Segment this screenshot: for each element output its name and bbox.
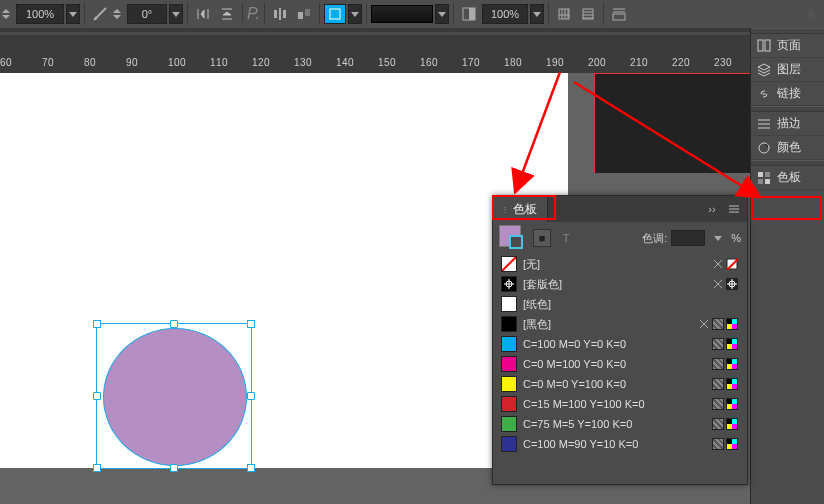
zoom-input[interactable]: 100% (16, 4, 64, 24)
swatch-row[interactable]: C=100 M=0 Y=0 K=0 (499, 334, 741, 354)
page-white[interactable] (0, 73, 568, 468)
tint-input[interactable] (671, 230, 705, 246)
svg-rect-16 (765, 172, 770, 177)
ruler-tick: 220 (672, 57, 714, 68)
ruler-tick: 160 (420, 57, 462, 68)
opacity-dropdown[interactable] (530, 4, 544, 24)
swatch-label: [套版色] (523, 277, 705, 292)
ruler-tick: 200 (588, 57, 630, 68)
handle-e[interactable] (247, 392, 255, 400)
process-icon (711, 337, 725, 351)
swatch-row[interactable]: C=0 M=100 Y=0 K=0 (499, 354, 741, 374)
dock-item-color[interactable]: 颜色 (751, 136, 824, 160)
panel-collapse-icon[interactable]: ›› (703, 200, 721, 218)
links-icon (757, 87, 771, 101)
rotation-dropdown[interactable] (169, 4, 183, 24)
swatch-label: [纸色] (523, 297, 733, 312)
zoom-dropdown[interactable] (66, 4, 80, 24)
opacity-input[interactable]: 100% (482, 4, 528, 24)
arrange-icon[interactable] (293, 4, 315, 24)
svg-rect-4 (298, 12, 303, 19)
lock-icon (697, 317, 711, 331)
effects-icon-1[interactable] (553, 4, 575, 24)
process-icon (711, 397, 725, 411)
fill-stroke-proxy[interactable] (499, 225, 527, 251)
handle-sw[interactable] (93, 464, 101, 472)
cmyk-icon (725, 337, 739, 351)
swatches-panel[interactable]: ⋮ 色板 ›› ■ T 色调: % [无] (492, 195, 748, 485)
svg-rect-3 (279, 8, 281, 20)
options-bar: 100% 0° P. 100% (0, 0, 824, 28)
frame-fit-icon[interactable] (324, 4, 346, 24)
tab-strip (0, 28, 824, 32)
svg-rect-1 (274, 10, 277, 18)
svg-rect-15 (758, 172, 763, 177)
handle-w[interactable] (93, 392, 101, 400)
rotation-stepper[interactable] (113, 4, 125, 24)
handle-ne[interactable] (247, 320, 255, 328)
swatch-row[interactable]: C=0 M=0 Y=100 K=0 (499, 374, 741, 394)
panel-menu-icon[interactable] (725, 200, 743, 218)
panel-tab-swatches[interactable]: ⋮ 色板 (493, 196, 548, 222)
stroke-proxy[interactable] (509, 235, 523, 249)
dock-item-pages[interactable]: 页面 (751, 34, 824, 58)
dock-item-links[interactable]: 链接 (751, 82, 824, 106)
fill-swatch[interactable] (371, 5, 433, 23)
swatch-row-registration[interactable]: [套版色] (499, 274, 741, 294)
swatch-row-paper[interactable]: [纸色] (499, 294, 741, 314)
svg-rect-13 (765, 40, 770, 51)
text-formatting-button[interactable]: T (557, 229, 575, 247)
text-mode-icon: T (563, 232, 570, 244)
dock-label: 图层 (777, 61, 801, 78)
flip-vertical-icon[interactable] (216, 4, 238, 24)
lightning-icon[interactable] (800, 4, 822, 24)
swatch-row[interactable]: C=75 M=5 Y=100 K=0 (499, 414, 741, 434)
handle-nw[interactable] (93, 320, 101, 328)
handle-se[interactable] (247, 464, 255, 472)
effects-icon-2[interactable] (577, 4, 599, 24)
swatch-label: [无] (523, 257, 705, 272)
cmyk-icon (725, 357, 739, 371)
swatch-row-none[interactable]: [无] (499, 254, 741, 274)
swatch-row-black[interactable]: [黑色] (499, 314, 741, 334)
tilt-icon[interactable] (89, 4, 111, 24)
panel-tabbar[interactable]: ⋮ 色板 ›› (493, 196, 747, 222)
process-icon (711, 437, 725, 451)
swatches-icon (757, 171, 771, 185)
paragraph-icon[interactable]: P. (247, 5, 260, 23)
handle-s[interactable] (170, 464, 178, 472)
selection-box[interactable] (96, 323, 252, 469)
ruler-tick: 210 (630, 57, 672, 68)
dock-item-layers[interactable]: 图层 (751, 58, 824, 82)
tab-grip-icon: ⋮ (501, 205, 509, 214)
distribute-h-icon[interactable] (269, 4, 291, 24)
text-wrap-icon[interactable] (608, 4, 630, 24)
right-dock: 页面 图层 链接 描边 颜色 色板 (750, 28, 824, 504)
swatch-chip (501, 356, 517, 372)
ruler-tick: 190 (546, 57, 588, 68)
tint-dropdown[interactable] (709, 229, 727, 247)
page-spread-right[interactable] (594, 73, 754, 173)
cmyk-icon (725, 437, 739, 451)
cmyk-icon (725, 377, 739, 391)
swatch-row[interactable]: C=100 M=90 Y=10 K=0 (499, 434, 741, 454)
dock-item-stroke[interactable]: 描边 (751, 112, 824, 136)
ruler-tick: 100 (168, 57, 210, 68)
zoom-stepper[interactable] (2, 4, 14, 24)
panel-tab-label: 色板 (513, 201, 537, 218)
rotation-input[interactable]: 0° (127, 4, 167, 24)
container-formatting-button[interactable]: ■ (533, 229, 551, 247)
svg-rect-5 (305, 9, 310, 16)
frame-fit-dropdown[interactable] (348, 4, 362, 24)
ellipse-object[interactable] (103, 328, 247, 466)
swatch-row[interactable]: C=15 M=100 Y=100 K=0 (499, 394, 741, 414)
handle-n[interactable] (170, 320, 178, 328)
pages-icon (757, 39, 771, 53)
fill-dropdown[interactable] (435, 4, 449, 24)
swatch-label: C=0 M=0 Y=100 K=0 (523, 378, 705, 390)
flip-horizontal-icon[interactable] (192, 4, 214, 24)
dock-label: 链接 (777, 85, 801, 102)
swatch-chip (501, 436, 517, 452)
svg-line-19 (502, 257, 516, 271)
dock-item-swatches[interactable]: 色板 (751, 166, 824, 190)
